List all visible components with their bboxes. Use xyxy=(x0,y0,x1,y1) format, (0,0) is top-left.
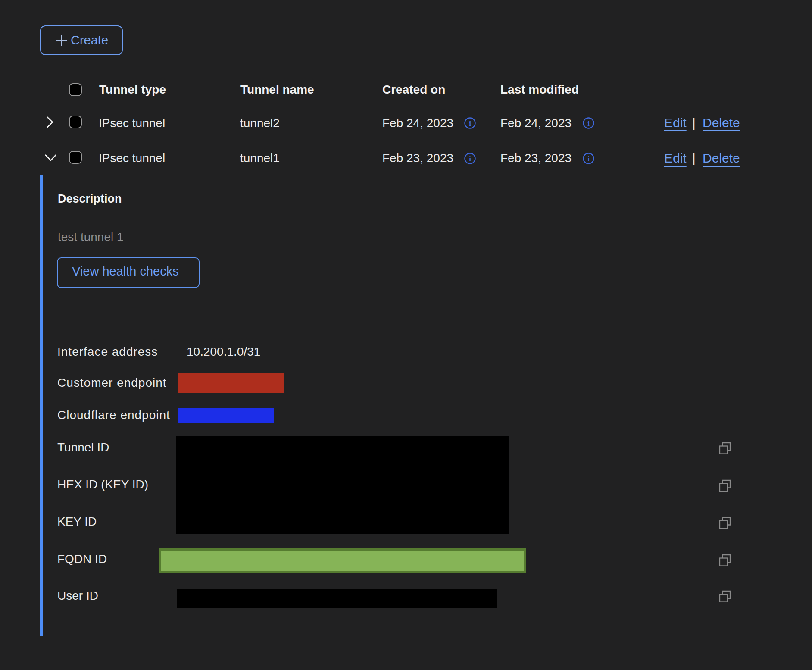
svg-text:i: i xyxy=(587,119,590,128)
svg-text:i: i xyxy=(469,155,471,163)
svg-text:i: i xyxy=(587,155,590,163)
svg-text:i: i xyxy=(469,119,471,128)
